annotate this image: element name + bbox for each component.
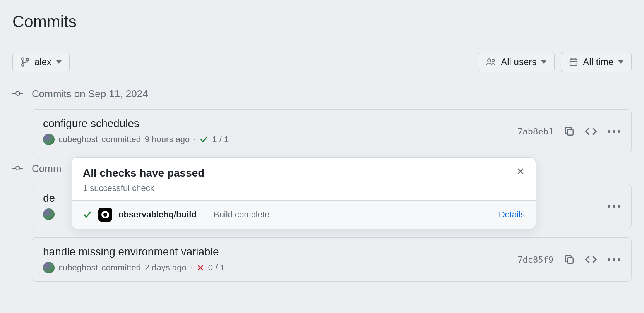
filters-bar: alex All users All (12, 52, 632, 72)
more-actions-button[interactable] (608, 205, 620, 208)
svg-rect-7 (567, 129, 573, 135)
close-button[interactable] (516, 167, 525, 175)
commit-row: handle missing environment variable cube… (32, 237, 632, 282)
date-label: Commits on Sep 11, 2024 (32, 88, 148, 100)
details-link[interactable]: Details (499, 210, 525, 220)
svg-point-8 (16, 166, 20, 170)
check-status-icon[interactable] (200, 135, 208, 144)
commit-sha[interactable]: 7ab8eb1 (517, 127, 553, 136)
commit-author[interactable]: cubeghost (58, 263, 98, 273)
commit-time: 2 days ago (145, 263, 187, 273)
page-title: Commits (12, 12, 632, 31)
check-count[interactable]: 1 / 1 (212, 134, 229, 144)
copy-sha-button[interactable] (564, 255, 574, 265)
caret-down-icon (56, 60, 62, 64)
svg-point-3 (488, 59, 491, 62)
popover-title: All checks have passed (83, 167, 204, 179)
commit-node-icon (12, 163, 23, 174)
date-label: Comm (32, 163, 62, 174)
check-count[interactable]: 0 / 1 (208, 263, 225, 273)
people-icon (486, 58, 496, 66)
check-separator: – (203, 210, 207, 220)
calendar-icon (569, 57, 578, 67)
time-filter[interactable]: All time (561, 52, 632, 72)
committed-word: committed (102, 263, 141, 273)
avatar[interactable] (43, 262, 55, 273)
svg-point-1 (22, 64, 24, 66)
branch-selector[interactable]: alex (12, 52, 70, 72)
users-filter-label: All users (501, 57, 536, 67)
commit-title[interactable]: handle missing environment variable (43, 246, 517, 258)
svg-point-6 (16, 91, 20, 95)
avatar[interactable] (43, 208, 55, 220)
commit-title[interactable]: configure schedules (43, 117, 517, 130)
checks-popover: All checks have passed 1 successful chec… (72, 157, 536, 229)
time-filter-label: All time (583, 57, 613, 67)
check-status-icon[interactable] (197, 264, 204, 272)
check-row: observablehq/build – Build complete Deta… (72, 200, 536, 229)
caret-down-icon (541, 60, 546, 64)
committed-word: committed (102, 134, 141, 144)
separator: · (194, 134, 196, 144)
commit-author[interactable]: cubeghost (58, 134, 98, 144)
browse-code-button[interactable] (585, 127, 597, 136)
browse-code-button[interactable] (585, 255, 597, 264)
users-filter[interactable]: All users (478, 52, 555, 72)
commit-sha[interactable]: 7dc85f9 (517, 255, 553, 265)
commit-row: configure schedules cubeghost committed … (32, 109, 632, 153)
date-header: Commits on Sep 11, 2024 (32, 88, 632, 100)
svg-rect-5 (570, 59, 577, 66)
commit-time: 9 hours ago (145, 134, 190, 144)
divider (12, 42, 632, 42)
check-message: Build complete (214, 210, 269, 220)
more-actions-button[interactable] (608, 258, 620, 261)
svg-point-0 (22, 58, 24, 60)
check-name[interactable]: observablehq/build (118, 210, 197, 220)
avatar[interactable] (43, 134, 55, 145)
separator: · (190, 263, 193, 273)
popover-subtitle: 1 successful check (83, 183, 204, 193)
svg-point-4 (492, 59, 495, 62)
copy-sha-button[interactable] (564, 126, 574, 136)
svg-point-2 (26, 58, 29, 61)
app-icon (98, 208, 112, 222)
svg-rect-9 (567, 258, 573, 263)
check-pass-icon (83, 210, 92, 219)
more-actions-button[interactable] (608, 130, 620, 133)
git-branch-icon (21, 57, 30, 67)
branch-name: alex (34, 57, 51, 67)
caret-down-icon (618, 60, 623, 64)
commit-node-icon (12, 88, 23, 99)
